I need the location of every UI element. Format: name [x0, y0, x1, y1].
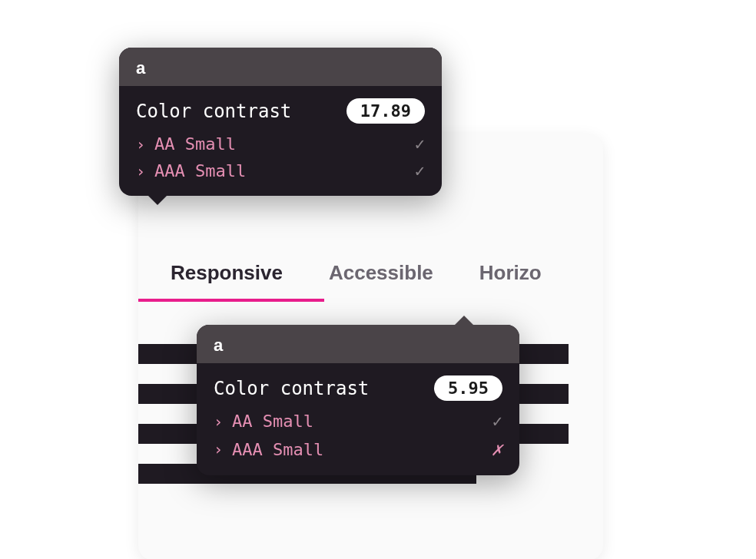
criterion-label: AA Small [154, 134, 236, 154]
chevron-right-icon: › [136, 162, 145, 180]
contrast-tooltip: a Color contrast 5.95 › AA Small ✓ › AAA… [197, 325, 519, 475]
tooltip-header: a [197, 325, 519, 363]
contrast-tooltip: a Color contrast 17.89 › AA Small ✓ › AA… [119, 48, 442, 196]
criterion-label: AAA Small [232, 440, 323, 459]
tooltip-arrow-icon [148, 196, 167, 205]
check-icon: ✓ [415, 134, 425, 154]
chevron-right-icon: › [214, 440, 223, 458]
tab-horizontal[interactable]: Horizo [479, 261, 542, 299]
contrast-ratio-badge: 17.89 [346, 98, 425, 124]
contrast-criterion-row: › AA Small ✓ [214, 412, 502, 431]
tooltip-title-row: Color contrast 17.89 [136, 98, 425, 124]
tooltip-header: a [119, 48, 442, 86]
tooltip-title-row: Color contrast 5.95 [214, 375, 502, 401]
contrast-ratio-badge: 5.95 [434, 375, 502, 401]
contrast-criterion-row: › AA Small ✓ [136, 134, 425, 154]
criterion-label: AAA Small [154, 161, 246, 180]
criterion-label: AA Small [232, 412, 313, 431]
fail-icon: ✗ [492, 438, 502, 460]
contrast-criterion-row: › AAA Small ✗ [214, 438, 502, 460]
tab-responsive[interactable]: Responsive [171, 261, 283, 299]
chevron-right-icon: › [136, 135, 145, 154]
tooltip-title: Color contrast [214, 378, 369, 399]
check-icon: ✓ [415, 161, 425, 180]
tooltip-body: Color contrast 5.95 › AA Small ✓ › AAA S… [197, 363, 519, 475]
contrast-criterion-row: › AAA Small ✓ [136, 161, 425, 180]
check-icon: ✓ [492, 412, 502, 431]
tooltip-body: Color contrast 17.89 › AA Small ✓ › AAA … [119, 86, 442, 196]
tooltip-title: Color contrast [136, 101, 291, 122]
tab-accessible[interactable]: Accessible [329, 261, 433, 299]
chevron-right-icon: › [214, 412, 223, 431]
tooltip-arrow-icon [455, 316, 473, 325]
